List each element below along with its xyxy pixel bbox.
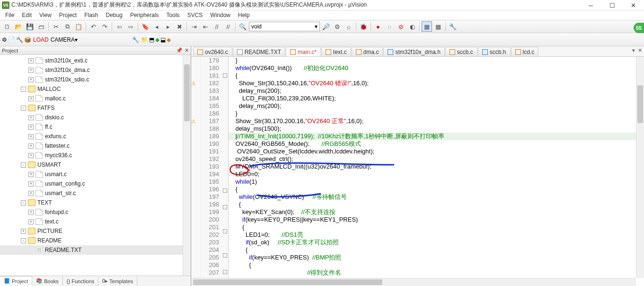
code-line[interactable]: Show_Str(30,170,200,16,"OV2640 正常",16,0)… (229, 117, 644, 125)
tree-node[interactable]: -FATFS (0, 103, 191, 113)
expand-icon[interactable]: - (21, 87, 26, 92)
tab-main-c-[interactable]: main.c* (286, 47, 321, 56)
findreplace-icon[interactable]: 🔎 (321, 21, 331, 32)
tree-node[interactable]: +usmart_config.c (0, 179, 191, 188)
paste-icon[interactable]: 📋 (73, 21, 84, 32)
expand-icon[interactable]: + (28, 219, 34, 224)
tree-node[interactable]: -MALLOC (0, 84, 191, 94)
tree-node[interactable]: +usmart.c (0, 170, 191, 179)
batch-icon[interactable]: 📦 (24, 36, 31, 43)
expand-icon[interactable]: + (28, 134, 34, 139)
cut-icon[interactable]: ✂ (51, 21, 61, 32)
code-line[interactable]: OV2640_OutSize_Set(lcddev.width,lcddev.h… (229, 148, 644, 155)
code-line[interactable]: ov2640_speed_ctrl(); (229, 155, 644, 163)
tree-node[interactable]: +malloc.c (0, 94, 191, 103)
new-icon[interactable]: 🗋 (2, 21, 12, 32)
tree-scroll-thumb[interactable] (184, 64, 190, 121)
bookmark-prev-icon[interactable]: ◂ (151, 21, 162, 32)
project-close-icon[interactable]: ✕ (185, 47, 189, 53)
tree-node[interactable]: +exfuns.c (0, 132, 191, 141)
bookmark-next-icon[interactable]: ▸ (163, 21, 173, 32)
code-hthumb[interactable] (193, 279, 382, 285)
code-line[interactable]: { (229, 246, 644, 254)
target-combo[interactable]: CAMERA▾ (51, 36, 131, 43)
find-icon[interactable]: 🔍 (238, 21, 248, 32)
code-line[interactable]: |//TIM6_Int_Init(10000,7199); //10Khz计数频… (229, 133, 644, 140)
findinfiles-icon[interactable]: ⚙ (332, 21, 343, 32)
code-line[interactable]: delay_ms(200); (229, 102, 644, 110)
breakpoint-icon[interactable]: ● (373, 21, 383, 32)
expand-icon[interactable]: + (28, 125, 34, 130)
nav-back-icon[interactable]: ⇦ (114, 21, 124, 32)
tree-node[interactable]: +usmart_str.c (0, 188, 191, 198)
project-pin-icon[interactable]: 📌 (176, 47, 183, 53)
tab-sccb-h[interactable]: sccb.h (478, 47, 511, 56)
code-line[interactable]: LED0=0; (229, 170, 644, 178)
maximize-button[interactable]: ☐ (601, 0, 623, 10)
code-line[interactable]: { (229, 186, 644, 193)
build-target-icon[interactable]: 📄 (8, 36, 15, 43)
tree-scrollbar[interactable] (183, 55, 191, 276)
configure-icon[interactable]: 🔧 (448, 21, 458, 32)
bookmark-clear-icon[interactable]: ✖ (174, 21, 185, 32)
code-line[interactable]: LCD_Fill(30,150,239,206,WHITE); (229, 95, 644, 102)
tab-dma-c[interactable]: dma.c (352, 47, 383, 56)
tab-dropdown-icon[interactable]: ▾ (632, 47, 635, 54)
menu-peripherals[interactable]: Peripherals (127, 11, 162, 19)
tree-node[interactable]: +PICTURE (0, 226, 191, 236)
tab-stm32f10x-dma-h[interactable]: stm32f10x_dma.h (383, 47, 444, 56)
incremental-icon[interactable]: ⌕ (344, 21, 354, 32)
code-line[interactable]: MYDMA_SRAMLCD_Init((u32)ov2640_framebuf)… (229, 163, 644, 170)
tree-node[interactable]: +ff.c (0, 122, 191, 132)
manage-icon[interactable]: 📁 (141, 36, 148, 43)
breakpoint-disable-icon[interactable]: ○ (384, 21, 395, 32)
expand-icon[interactable]: + (28, 143, 34, 149)
menu-tools[interactable]: Tools (163, 11, 183, 19)
menu-project[interactable]: Project (56, 11, 80, 19)
tab-close-icon[interactable]: ✕ (638, 47, 642, 54)
expand-icon[interactable]: - (21, 238, 26, 243)
tab-sccb-c[interactable]: sccb.c (445, 47, 477, 56)
manage2-icon[interactable]: ⬒ (149, 36, 154, 43)
window2-icon[interactable]: ▦ (433, 21, 443, 32)
badge-55[interactable]: 55 (634, 23, 644, 33)
code-line[interactable]: LED1=0; //DS1亮 (229, 231, 644, 239)
code-line[interactable]: //得到文件名 (229, 269, 644, 277)
tree-node[interactable]: +text.c (0, 217, 191, 226)
download-icon[interactable]: LOAD (33, 36, 49, 43)
projtab-functions[interactable]: {}Functions (63, 277, 98, 286)
code-scrollbar-v[interactable] (636, 57, 644, 278)
tree-node[interactable]: +fattester.c (0, 141, 191, 151)
bookmark-icon[interactable]: 🔖 (140, 21, 150, 32)
expand-icon[interactable]: + (21, 229, 26, 234)
close-button[interactable]: ✕ (623, 0, 644, 10)
fold-icon[interactable]: - (223, 188, 227, 193)
debug-icon[interactable]: 🐞 (358, 21, 369, 32)
expand-icon[interactable] (28, 248, 34, 253)
packs-icon[interactable]: ◆ (155, 36, 159, 43)
tree-node[interactable]: +mycc936.c (0, 151, 191, 160)
indent-icon[interactable]: ⇥ (189, 21, 199, 32)
projtab-templates[interactable]: 0▸Templates (98, 277, 137, 286)
projtab-project[interactable]: 📘Project (0, 276, 32, 286)
code-line[interactable]: delay_ms(1500); (229, 125, 644, 133)
save-icon[interactable]: 💾 (25, 21, 35, 32)
manage4-icon[interactable]: ◆ (167, 36, 171, 43)
expand-icon[interactable]: - (21, 200, 26, 206)
saveall-icon[interactable]: 🗃 (36, 21, 46, 32)
code-line[interactable]: if(sd_ok) //SD卡正常才可以拍照 (229, 239, 644, 246)
expand-icon[interactable]: + (28, 58, 34, 63)
code-vthumb[interactable] (637, 85, 643, 123)
code-line[interactable]: { (229, 223, 644, 231)
code-line[interactable]: if(key==KEY0_PRES||key==KEY1_PRES) (229, 216, 644, 223)
tab-lcd-c[interactable]: lcd.c (511, 47, 539, 56)
projtab-books[interactable]: 📚Books (32, 277, 63, 286)
fold-icon[interactable]: - (223, 253, 227, 258)
expand-icon[interactable]: - (21, 106, 26, 111)
project-tree[interactable]: +stm32f10x_exti.c+stm32f10x_dma.c+stm32f… (0, 55, 191, 276)
menu-flash[interactable]: Flash (81, 11, 101, 19)
find-combo[interactable]: void▾ (249, 22, 320, 31)
menu-help[interactable]: Help (235, 11, 253, 19)
expand-icon[interactable]: + (28, 153, 34, 158)
tab-readme-txt[interactable]: README.TXT (233, 47, 285, 56)
